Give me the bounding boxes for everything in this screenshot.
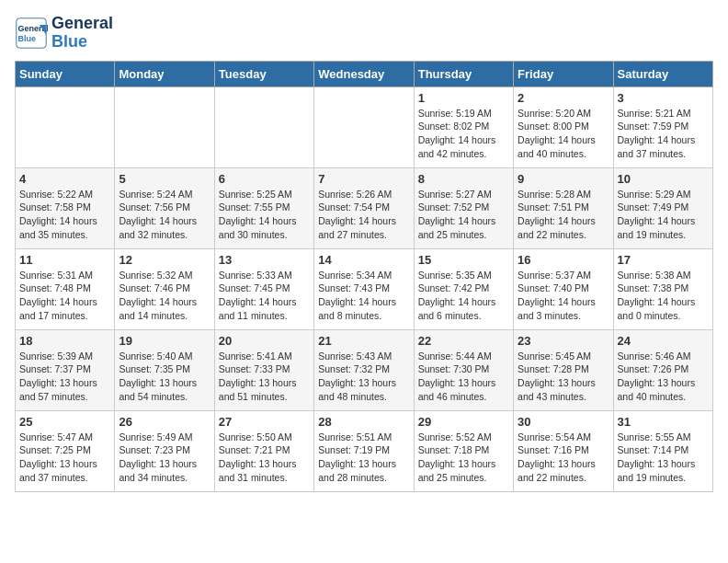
calendar-cell: 19Sunrise: 5:40 AMSunset: 7:35 PMDayligh…	[115, 329, 214, 410]
day-number: 9	[518, 172, 609, 186]
day-info: Sunrise: 5:37 AMSunset: 7:40 PMDaylight:…	[518, 269, 609, 323]
day-number: 12	[119, 253, 210, 267]
day-number: 15	[418, 253, 509, 267]
day-number: 29	[418, 415, 509, 429]
day-number: 7	[318, 172, 409, 186]
calendar-cell: 17Sunrise: 5:38 AMSunset: 7:38 PMDayligh…	[613, 248, 712, 329]
day-info: Sunrise: 5:41 AMSunset: 7:33 PMDaylight:…	[219, 350, 310, 404]
calendar-cell	[115, 86, 214, 167]
day-number: 25	[19, 415, 110, 429]
calendar-cell: 24Sunrise: 5:46 AMSunset: 7:26 PMDayligh…	[613, 329, 712, 410]
header: General Blue GeneralBlue	[15, 15, 713, 52]
calendar-cell: 15Sunrise: 5:35 AMSunset: 7:42 PMDayligh…	[414, 248, 513, 329]
calendar-cell: 9Sunrise: 5:28 AMSunset: 7:51 PMDaylight…	[514, 167, 613, 248]
day-number: 30	[518, 415, 609, 429]
logo-name: GeneralBlue	[51, 15, 113, 52]
day-info: Sunrise: 5:51 AMSunset: 7:19 PMDaylight:…	[318, 431, 409, 485]
calendar-cell: 21Sunrise: 5:43 AMSunset: 7:32 PMDayligh…	[314, 329, 414, 410]
weekday-header-tuesday: Tuesday	[214, 61, 313, 86]
day-info: Sunrise: 5:32 AMSunset: 7:46 PMDaylight:…	[119, 269, 210, 323]
calendar-cell: 6Sunrise: 5:25 AMSunset: 7:55 PMDaylight…	[214, 167, 313, 248]
day-info: Sunrise: 5:49 AMSunset: 7:23 PMDaylight:…	[119, 431, 210, 485]
day-info: Sunrise: 5:25 AMSunset: 7:55 PMDaylight:…	[219, 188, 310, 242]
day-info: Sunrise: 5:47 AMSunset: 7:25 PMDaylight:…	[19, 431, 110, 485]
calendar-cell: 26Sunrise: 5:49 AMSunset: 7:23 PMDayligh…	[115, 410, 214, 491]
calendar-table: SundayMondayTuesdayWednesdayThursdayFrid…	[15, 61, 713, 492]
weekday-header-wednesday: Wednesday	[314, 61, 414, 86]
day-info: Sunrise: 5:55 AMSunset: 7:14 PMDaylight:…	[618, 431, 709, 485]
calendar-cell: 12Sunrise: 5:32 AMSunset: 7:46 PMDayligh…	[115, 248, 214, 329]
day-info: Sunrise: 5:43 AMSunset: 7:32 PMDaylight:…	[318, 350, 409, 404]
day-number: 3	[618, 91, 709, 105]
calendar-cell: 18Sunrise: 5:39 AMSunset: 7:37 PMDayligh…	[16, 329, 115, 410]
weekday-header-saturday: Saturday	[613, 61, 712, 86]
calendar-cell	[214, 86, 313, 167]
calendar-cell: 22Sunrise: 5:44 AMSunset: 7:30 PMDayligh…	[414, 329, 513, 410]
day-info: Sunrise: 5:29 AMSunset: 7:49 PMDaylight:…	[618, 188, 709, 242]
day-number: 5	[119, 172, 210, 186]
calendar-cell: 25Sunrise: 5:47 AMSunset: 7:25 PMDayligh…	[16, 410, 115, 491]
calendar-cell: 11Sunrise: 5:31 AMSunset: 7:48 PMDayligh…	[16, 248, 115, 329]
day-number: 27	[219, 415, 310, 429]
day-info: Sunrise: 5:24 AMSunset: 7:56 PMDaylight:…	[119, 188, 210, 242]
day-number: 4	[19, 172, 110, 186]
day-info: Sunrise: 5:46 AMSunset: 7:26 PMDaylight:…	[618, 350, 709, 404]
day-info: Sunrise: 5:19 AMSunset: 8:02 PMDaylight:…	[418, 107, 509, 161]
day-info: Sunrise: 5:35 AMSunset: 7:42 PMDaylight:…	[418, 269, 509, 323]
day-info: Sunrise: 5:26 AMSunset: 7:54 PMDaylight:…	[318, 188, 409, 242]
day-info: Sunrise: 5:22 AMSunset: 7:58 PMDaylight:…	[19, 188, 110, 242]
weekday-header-monday: Monday	[115, 61, 214, 86]
day-info: Sunrise: 5:44 AMSunset: 7:30 PMDaylight:…	[418, 350, 509, 404]
day-number: 8	[418, 172, 509, 186]
day-number: 16	[518, 253, 609, 267]
day-info: Sunrise: 5:27 AMSunset: 7:52 PMDaylight:…	[418, 188, 509, 242]
day-number: 23	[518, 334, 609, 348]
day-info: Sunrise: 5:52 AMSunset: 7:18 PMDaylight:…	[418, 431, 509, 485]
day-number: 28	[318, 415, 409, 429]
day-number: 21	[318, 334, 409, 348]
day-number: 1	[418, 91, 509, 105]
day-info: Sunrise: 5:50 AMSunset: 7:21 PMDaylight:…	[219, 431, 310, 485]
day-number: 13	[219, 253, 310, 267]
day-info: Sunrise: 5:33 AMSunset: 7:45 PMDaylight:…	[219, 269, 310, 323]
calendar-cell: 1Sunrise: 5:19 AMSunset: 8:02 PMDaylight…	[414, 86, 513, 167]
day-number: 14	[318, 253, 409, 267]
day-number: 24	[618, 334, 709, 348]
day-number: 26	[119, 415, 210, 429]
day-info: Sunrise: 5:21 AMSunset: 7:59 PMDaylight:…	[618, 107, 709, 161]
day-number: 6	[219, 172, 310, 186]
day-info: Sunrise: 5:28 AMSunset: 7:51 PMDaylight:…	[518, 188, 609, 242]
day-number: 11	[19, 253, 110, 267]
calendar-cell: 5Sunrise: 5:24 AMSunset: 7:56 PMDaylight…	[115, 167, 214, 248]
calendar-cell: 16Sunrise: 5:37 AMSunset: 7:40 PMDayligh…	[514, 248, 613, 329]
day-number: 31	[618, 415, 709, 429]
day-number: 10	[618, 172, 709, 186]
day-number: 19	[119, 334, 210, 348]
calendar-cell: 2Sunrise: 5:20 AMSunset: 8:00 PMDaylight…	[514, 86, 613, 167]
day-info: Sunrise: 5:20 AMSunset: 8:00 PMDaylight:…	[518, 107, 609, 161]
calendar-cell: 31Sunrise: 5:55 AMSunset: 7:14 PMDayligh…	[613, 410, 712, 491]
calendar-cell	[314, 86, 414, 167]
calendar-cell: 8Sunrise: 5:27 AMSunset: 7:52 PMDaylight…	[414, 167, 513, 248]
day-number: 2	[518, 91, 609, 105]
logo-icon: General Blue	[15, 17, 48, 50]
day-info: Sunrise: 5:40 AMSunset: 7:35 PMDaylight:…	[119, 350, 210, 404]
calendar-cell: 23Sunrise: 5:45 AMSunset: 7:28 PMDayligh…	[514, 329, 613, 410]
svg-text:Blue: Blue	[18, 34, 37, 43]
day-info: Sunrise: 5:31 AMSunset: 7:48 PMDaylight:…	[19, 269, 110, 323]
calendar-cell: 27Sunrise: 5:50 AMSunset: 7:21 PMDayligh…	[214, 410, 313, 491]
calendar-cell: 29Sunrise: 5:52 AMSunset: 7:18 PMDayligh…	[414, 410, 513, 491]
day-info: Sunrise: 5:38 AMSunset: 7:38 PMDaylight:…	[618, 269, 709, 323]
calendar-cell: 30Sunrise: 5:54 AMSunset: 7:16 PMDayligh…	[514, 410, 613, 491]
day-info: Sunrise: 5:34 AMSunset: 7:43 PMDaylight:…	[318, 269, 409, 323]
day-number: 18	[19, 334, 110, 348]
calendar-cell: 10Sunrise: 5:29 AMSunset: 7:49 PMDayligh…	[613, 167, 712, 248]
calendar-cell: 7Sunrise: 5:26 AMSunset: 7:54 PMDaylight…	[314, 167, 414, 248]
calendar-cell: 4Sunrise: 5:22 AMSunset: 7:58 PMDaylight…	[16, 167, 115, 248]
weekday-header-sunday: Sunday	[16, 61, 115, 86]
day-number: 20	[219, 334, 310, 348]
weekday-header-friday: Friday	[514, 61, 613, 86]
day-info: Sunrise: 5:54 AMSunset: 7:16 PMDaylight:…	[518, 431, 609, 485]
calendar-cell: 13Sunrise: 5:33 AMSunset: 7:45 PMDayligh…	[214, 248, 313, 329]
day-number: 22	[418, 334, 509, 348]
